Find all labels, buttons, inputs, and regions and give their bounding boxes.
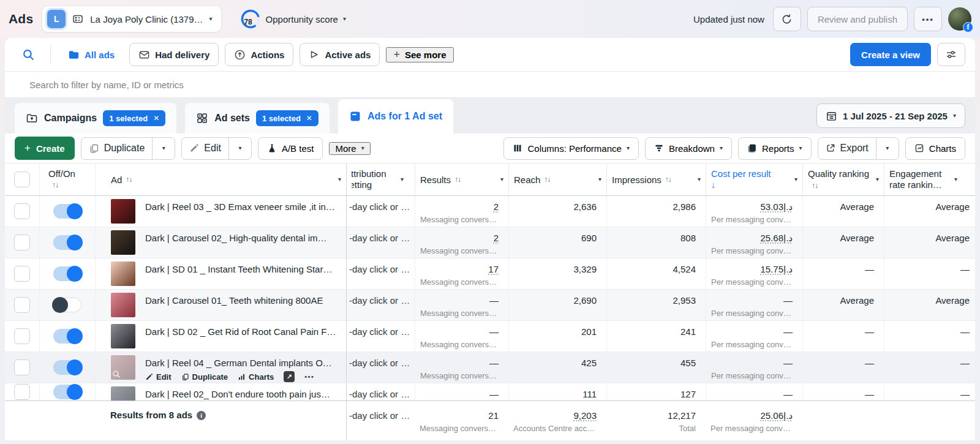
ad-thumbnail[interactable] — [111, 355, 135, 380]
sort-icon[interactable]: ↑↓ — [454, 175, 461, 184]
sort-icon[interactable]: ↑↓ — [544, 175, 550, 184]
date-range-selector[interactable]: 1 Jul 2025 - 21 Sep 2025 ▾ — [816, 103, 965, 128]
results-value[interactable]: 17 — [420, 264, 499, 275]
ad-toggle[interactable] — [53, 298, 81, 312]
ad-toggle[interactable] — [53, 266, 81, 281]
cost-value[interactable]: — — [711, 326, 793, 337]
duplicate-action[interactable]: Duplicate — [181, 372, 228, 382]
ad-name[interactable]: Dark | Carousel 02_ High-quality dental … — [145, 233, 327, 243]
ad-sets-selected-badge[interactable]: 1 selected ✕ — [256, 110, 318, 126]
ad-thumbnail[interactable] — [111, 262, 135, 286]
chevron-down-icon[interactable]: ▾ — [794, 176, 797, 182]
edit-action[interactable]: Edit — [145, 372, 172, 382]
reports-button[interactable]: Reports ▾ — [738, 137, 812, 160]
ad-name[interactable]: Dark | SD 01 _ Instant Teeth Whitening S… — [145, 264, 332, 274]
filter-all-ads[interactable]: All ads — [59, 43, 123, 66]
sort-icon[interactable]: ↑↓ — [665, 175, 671, 184]
chevron-down-icon[interactable]: ▾ — [954, 176, 957, 182]
ad-thumbnail[interactable] — [111, 386, 135, 401]
create-a-view-button[interactable]: Create a view — [850, 43, 931, 66]
ad-toggle[interactable] — [53, 360, 81, 375]
close-icon[interactable]: ✕ — [306, 114, 312, 122]
cost-value[interactable]: 15.75د.إ — [711, 264, 793, 275]
magnifier-icon[interactable] — [112, 370, 121, 378]
ab-test-button[interactable]: A/B test — [258, 137, 323, 160]
filter-had-delivery[interactable]: Had delivery — [129, 43, 219, 66]
row-checkbox[interactable] — [14, 384, 30, 400]
sort-descending-icon[interactable]: ↓ — [711, 179, 771, 190]
ad-name[interactable]: Dark | Reel 02_ Don't endure tooth pain … — [145, 389, 330, 399]
chevron-down-icon[interactable]: ▾ — [500, 176, 503, 182]
row-checkbox[interactable] — [14, 359, 30, 375]
sort-icon[interactable]: ↑↓ — [126, 175, 132, 184]
ad-name[interactable]: Dark | Reel 03 _ 3D Emax veneer smile ,i… — [145, 201, 335, 212]
sort-icon[interactable]: ↑↓ — [812, 181, 818, 190]
ad-toggle[interactable] — [53, 329, 81, 344]
ad-thumbnail[interactable] — [111, 199, 135, 224]
sort-icon[interactable]: ↑↓ — [52, 181, 58, 189]
results-value[interactable]: — — [420, 295, 499, 306]
tab-ad-sets[interactable]: Ad sets 1 selected ✕ — [185, 103, 330, 134]
campaigns-selected-badge[interactable]: 1 selected ✕ — [103, 110, 165, 126]
chevron-down-icon[interactable]: ▾ — [598, 176, 601, 182]
view-settings-button[interactable] — [937, 43, 965, 66]
charts-action[interactable]: Charts — [238, 372, 274, 382]
header-off-on[interactable]: Off/On ↑↓ — [39, 164, 95, 195]
info-icon[interactable]: i — [197, 411, 206, 420]
results-value[interactable]: 2 — [420, 201, 499, 213]
ad-toggle[interactable] — [53, 204, 81, 219]
results-value[interactable]: — — [420, 358, 499, 369]
refresh-button[interactable] — [773, 7, 801, 31]
totals-reach-value[interactable]: 9,203 — [513, 410, 597, 421]
chevron-down-icon[interactable]: ▾ — [401, 176, 404, 182]
duplicate-dropdown[interactable]: ▾ — [153, 138, 175, 159]
export-dropdown[interactable]: ▾ — [876, 138, 899, 159]
export-button[interactable]: Export — [818, 138, 876, 159]
header-impressions[interactable]: Impressions ↑↓ ▾ — [606, 164, 706, 195]
header-attribution[interactable]: Attribution setting ▾ — [346, 164, 415, 195]
ad-toggle[interactable] — [53, 385, 81, 399]
chevron-down-icon[interactable]: ▾ — [698, 176, 701, 182]
header-engagement-ranking[interactable]: Engagement rate rankin… ▾ — [884, 164, 975, 195]
header-quality-ranking[interactable]: Quality ranking ↑↓ ▾ — [802, 164, 884, 195]
results-value[interactable]: — — [420, 326, 499, 337]
account-selector[interactable]: L La Joya Poly Clinic (1379… ▾ — [42, 6, 221, 32]
edit-dropdown[interactable]: ▾ — [229, 138, 251, 159]
header-reach[interactable]: Reach ↑↓ ▾ — [508, 164, 606, 195]
more-options-button[interactable]: ••• — [914, 7, 942, 31]
user-avatar[interactable]: f — [948, 7, 971, 31]
more-actions-icon[interactable]: ••• — [304, 373, 314, 380]
filter-active-ads[interactable]: Active ads — [300, 43, 380, 66]
ad-toggle[interactable] — [53, 235, 81, 250]
breakdown-button[interactable]: Breakdown ▾ — [645, 137, 732, 160]
filter-actions[interactable]: Actions — [225, 43, 293, 66]
chevron-down-icon[interactable]: ▾ — [338, 176, 341, 182]
search-icon[interactable] — [15, 43, 42, 66]
header-results[interactable]: Results ↑↓ ▾ — [415, 164, 508, 195]
cost-value[interactable]: — — [711, 295, 793, 306]
results-value[interactable]: — — [420, 389, 499, 400]
ad-thumbnail[interactable] — [111, 230, 135, 255]
duplicate-button[interactable]: Duplicate — [81, 138, 153, 159]
open-preview-icon[interactable]: ↗ — [284, 371, 295, 382]
search-input[interactable] — [5, 80, 975, 90]
header-cost-per-result[interactable]: Cost per result ↓ ▾ — [706, 164, 802, 195]
tab-ads[interactable]: Ads for 1 Ad set — [338, 99, 453, 134]
chevron-down-icon[interactable]: ▾ — [876, 176, 879, 182]
row-checkbox[interactable] — [14, 235, 30, 250]
row-checkbox[interactable] — [14, 203, 30, 219]
cost-value[interactable]: 53.03د.إ — [711, 201, 793, 213]
create-button[interactable]: + Create — [15, 137, 75, 160]
see-more-button[interactable]: + See more — [386, 47, 453, 62]
totals-cost-value[interactable]: 25.06د.إ — [710, 410, 793, 421]
header-ad[interactable]: Ad ↑↓ ▾ — [95, 164, 346, 195]
row-checkbox[interactable] — [14, 266, 30, 282]
more-toolbar-button[interactable]: More ▾ — [329, 142, 370, 155]
tab-campaigns[interactable]: Campaigns 1 selected ✕ — [15, 103, 176, 134]
cost-value[interactable]: 25.68د.إ — [711, 233, 793, 244]
charts-button[interactable]: Charts — [905, 137, 965, 160]
ad-name[interactable]: Dark | Reel 04 _ German Dental implants … — [145, 358, 332, 368]
ad-thumbnail[interactable] — [111, 293, 135, 317]
edit-button[interactable]: Edit — [182, 138, 229, 159]
ad-name[interactable]: Dark | SD 02 _ Get Rid of Root Canal Pai… — [145, 326, 336, 337]
